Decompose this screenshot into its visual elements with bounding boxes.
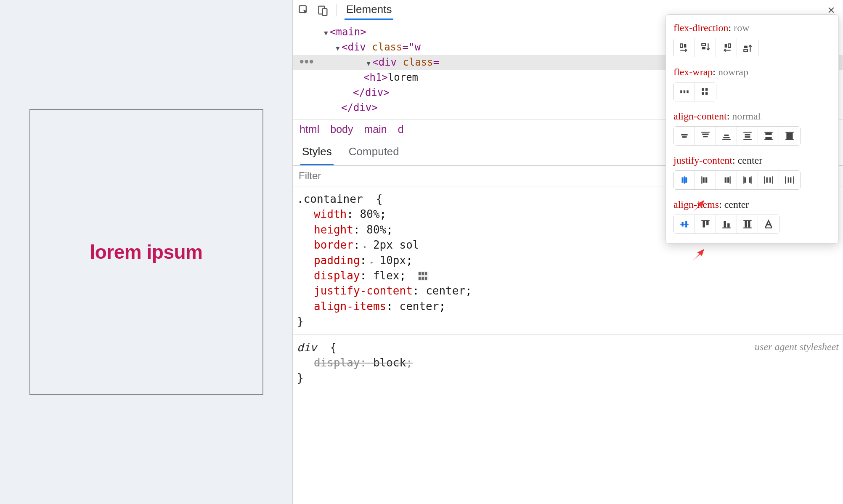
tab-computed[interactable]: Computed: [347, 139, 401, 165]
svg-rect-16: [744, 49, 748, 51]
svg-rect-31: [722, 139, 731, 140]
flex-wrap-nowrap-icon[interactable]: [674, 82, 695, 101]
crumb-main[interactable]: main: [364, 123, 387, 135]
flex-wrap-section: flex-wrap: nowrap: [673, 66, 831, 101]
svg-rect-38: [765, 137, 771, 139]
svg-rect-68: [702, 221, 705, 227]
svg-rect-63: [793, 176, 794, 183]
preview-container: lorem ipsum: [29, 109, 263, 395]
justify-content-center-icon[interactable]: [674, 171, 695, 189]
svg-rect-13: [724, 44, 726, 48]
flex-editor-icon[interactable]: [418, 271, 429, 281]
svg-rect-77: [765, 228, 772, 228]
svg-rect-9: [680, 44, 682, 48]
svg-rect-49: [724, 178, 726, 183]
expand-icon[interactable]: ▸: [360, 243, 371, 250]
svg-rect-74: [745, 221, 747, 227]
svg-rect-55: [750, 176, 751, 183]
justify-content-space-between-icon[interactable]: [737, 171, 758, 189]
justify-content-space-around-icon[interactable]: [758, 171, 779, 189]
flex-wrap-wrap-icon[interactable]: [695, 82, 716, 101]
svg-rect-51: [729, 176, 730, 183]
svg-rect-28: [703, 136, 708, 137]
align-content-center-icon[interactable]: [674, 127, 695, 145]
svg-rect-50: [727, 178, 729, 183]
svg-rect-47: [702, 178, 704, 183]
align-content-end-icon[interactable]: [716, 127, 737, 145]
justify-content-end-icon[interactable]: [716, 171, 737, 189]
svg-rect-42: [785, 139, 794, 140]
svg-rect-71: [727, 223, 729, 228]
devtools-panel: Elements ▼<main> ▼<div class="w ••• ▼<di…: [292, 0, 843, 504]
align-content-start-icon[interactable]: [695, 127, 716, 145]
svg-rect-64: [680, 224, 689, 225]
justify-content-space-evenly-icon[interactable]: [779, 171, 800, 189]
flex-direction-row-reverse-icon[interactable]: [716, 38, 737, 57]
svg-rect-11: [702, 43, 705, 45]
ua-stylesheet-label: user agent stylesheet: [755, 340, 839, 354]
svg-rect-14: [728, 44, 730, 48]
svg-rect-67: [701, 220, 710, 221]
expand-icon[interactable]: ▸: [366, 259, 377, 265]
preview-heading: lorem ipsum: [90, 241, 202, 263]
device-toolbar-icon[interactable]: [317, 4, 329, 16]
flex-direction-section: flex-direction: row: [673, 22, 831, 57]
svg-rect-10: [684, 44, 686, 48]
svg-rect-35: [743, 139, 752, 140]
svg-rect-25: [682, 136, 687, 138]
svg-rect-52: [743, 176, 744, 183]
svg-rect-23: [705, 92, 708, 95]
svg-rect-41: [786, 133, 793, 139]
align-items-center-icon[interactable]: [674, 215, 695, 233]
align-items-stretch-icon[interactable]: [737, 215, 758, 233]
svg-rect-66: [685, 221, 687, 227]
flex-direction-column-reverse-icon[interactable]: [737, 38, 758, 57]
svg-rect-56: [764, 176, 765, 183]
svg-rect-12: [702, 47, 705, 49]
crumb-d[interactable]: d: [398, 123, 404, 135]
align-items-baseline-icon[interactable]: [758, 215, 779, 233]
svg-rect-6: [419, 277, 421, 280]
svg-rect-24: [681, 134, 687, 135]
align-content-space-between-icon[interactable]: [758, 127, 779, 145]
svg-rect-40: [785, 132, 794, 133]
svg-rect-73: [743, 220, 752, 221]
svg-rect-17: [680, 90, 682, 93]
justify-content-start-icon[interactable]: [695, 171, 716, 189]
svg-rect-20: [702, 88, 704, 91]
align-items-start-icon[interactable]: [695, 215, 716, 233]
css-rule-div-ua[interactable]: user agent stylesheet div { display: blo…: [293, 335, 843, 391]
svg-rect-43: [681, 178, 683, 183]
align-content-section: align-content: normal: [673, 111, 831, 146]
svg-rect-3: [419, 272, 421, 275]
crumb-html[interactable]: html: [300, 123, 319, 135]
flex-direction-row-icon[interactable]: [674, 38, 695, 57]
inspect-element-icon[interactable]: [298, 4, 310, 16]
svg-rect-19: [687, 90, 688, 93]
tab-elements[interactable]: Elements: [345, 0, 393, 20]
svg-rect-7: [422, 277, 424, 280]
svg-rect-27: [702, 134, 708, 135]
flex-direction-column-icon[interactable]: [695, 38, 716, 57]
tab-styles[interactable]: Styles: [300, 139, 334, 165]
svg-rect-54: [749, 178, 750, 183]
svg-rect-37: [765, 133, 771, 135]
align-content-space-around-icon[interactable]: [737, 127, 758, 145]
svg-rect-62: [790, 178, 791, 183]
svg-rect-69: [706, 221, 708, 225]
align-items-end-icon[interactable]: [716, 215, 737, 233]
svg-rect-18: [683, 90, 685, 93]
svg-rect-48: [705, 178, 707, 183]
svg-rect-26: [701, 132, 710, 133]
svg-rect-76: [743, 228, 752, 228]
svg-rect-58: [769, 178, 771, 183]
svg-rect-72: [722, 228, 731, 228]
svg-rect-5: [425, 272, 427, 275]
flex-popover: flex-direction: row flex-wrap: nowrap al…: [665, 14, 839, 244]
crumb-body[interactable]: body: [330, 123, 353, 135]
align-content-stretch-icon[interactable]: [779, 127, 800, 145]
svg-rect-60: [785, 176, 786, 183]
ellipsis-icon[interactable]: •••: [299, 56, 313, 68]
svg-rect-39: [764, 139, 773, 140]
svg-rect-21: [705, 88, 708, 91]
